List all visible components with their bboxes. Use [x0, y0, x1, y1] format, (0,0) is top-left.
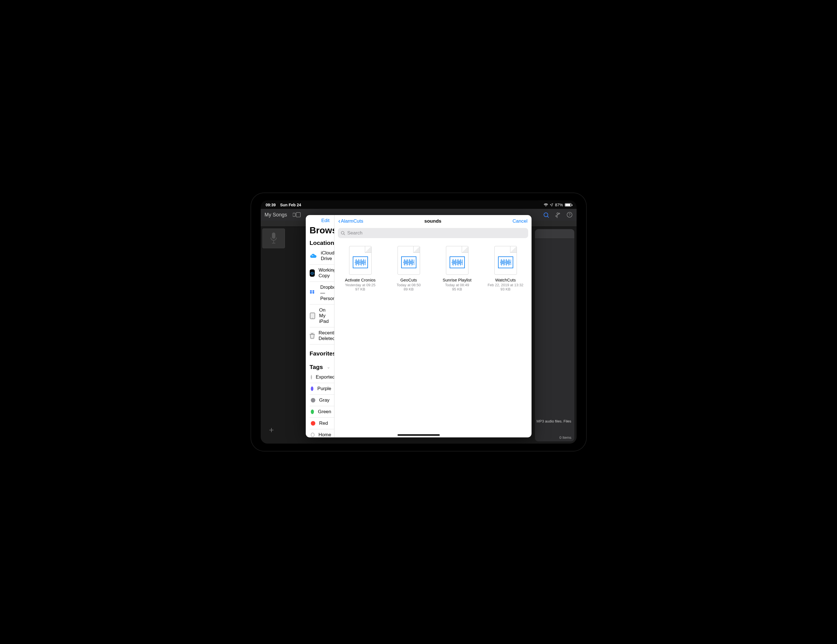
svg-point-9 [312, 255, 313, 256]
file-date: Yesterday at 09:25 [342, 283, 378, 287]
location-label: iCloud Drive [321, 250, 335, 262]
files-modal: Edit Browse Locations ⌄ iCloud Drive [306, 215, 532, 438]
tag-label: Red [319, 421, 328, 426]
file-size: 93 KB [487, 287, 524, 291]
trash-icon [310, 332, 315, 339]
background-app-title[interactable]: My Songs [265, 212, 287, 218]
location-icloud-drive[interactable]: iCloud Drive [310, 247, 334, 265]
tag-label: Gray [319, 397, 330, 403]
location-label: Dropbox — Personal [320, 285, 335, 302]
track-thumbnail[interactable] [263, 229, 285, 248]
svg-point-12 [341, 231, 344, 234]
folder-title: sounds [424, 218, 441, 224]
status-time: 09:39 [266, 203, 276, 207]
search-icon [341, 231, 345, 235]
favorites-header[interactable]: Favorites ⌄ [306, 349, 334, 358]
location-label: Recently Deleted [319, 330, 335, 341]
file-date: Today at 08:50 [391, 283, 427, 287]
file-name: Sunrise Playlist [439, 277, 475, 283]
view-toggle-icon[interactable] [293, 212, 301, 217]
audio-file-icon [397, 246, 420, 275]
cancel-button[interactable]: Cancel [513, 218, 528, 224]
back-label: AlarmCuts [341, 218, 363, 224]
add-track-button[interactable]: ＋ [268, 424, 275, 435]
tag-dot-icon [311, 375, 312, 379]
battery-percent: 87% [555, 203, 563, 207]
file-date: Feb 22, 2019 at 13:32 [487, 283, 524, 287]
audio-file-icon [494, 246, 517, 275]
home-indicator[interactable] [397, 434, 440, 436]
tag-exported[interactable]: Exported [310, 372, 334, 383]
tag-dot-icon [311, 387, 313, 391]
tags-header[interactable]: Tags ⌄ [306, 362, 334, 372]
file-name: WatchCuts [487, 277, 524, 283]
location-icon [550, 203, 553, 206]
location-dropbox[interactable]: Dropbox — Personal [310, 282, 334, 305]
browse-title: Browse [306, 224, 334, 238]
right-panel-note: MP3 audio files. Files [537, 419, 573, 423]
svg-text:?: ? [568, 213, 570, 217]
help-icon[interactable]: ? [566, 211, 573, 218]
fingerprint-icon [310, 269, 315, 277]
tag-dot-icon [311, 433, 315, 437]
location-on-my-ipad[interactable]: On My iPad [310, 305, 334, 327]
tag-dot-icon [311, 410, 314, 414]
file-date: Today at 08:49 [439, 283, 475, 287]
browse-sidebar: Edit Browse Locations ⌄ iCloud Drive [306, 215, 335, 438]
svg-line-13 [344, 234, 345, 235]
tag-gray[interactable]: Gray [310, 395, 334, 406]
location-label: Working Copy [319, 267, 335, 279]
file-size: 89 KB [391, 287, 427, 291]
locations-header[interactable]: Locations ⌄ [306, 238, 334, 247]
file-item[interactable]: WatchCutsFeb 22, 2019 at 13:3293 KB [487, 246, 524, 291]
file-name: Activate Cronios [342, 277, 378, 283]
file-name: GeoCuts [391, 277, 427, 283]
chevron-left-icon: ‹ [338, 218, 340, 225]
tag-purple[interactable]: Purple [310, 383, 334, 395]
file-item[interactable]: Sunrise PlaylistToday at 08:4995 KB [439, 246, 475, 291]
svg-line-3 [547, 216, 549, 218]
audio-file-icon [446, 246, 468, 275]
tag-dot-icon [311, 398, 315, 403]
tag-label: Purple [317, 386, 331, 392]
tag-home[interactable]: Home [310, 429, 334, 438]
svg-point-2 [544, 213, 548, 217]
back-button[interactable]: ‹ AlarmCuts [338, 218, 363, 225]
search-input[interactable]: Search [338, 228, 528, 238]
tag-green[interactable]: Green [310, 406, 334, 418]
tag-label: Green [318, 409, 331, 415]
ipad-icon [310, 312, 315, 320]
location-recently-deleted[interactable]: Recently Deleted [310, 327, 334, 344]
tag-dot-icon [311, 421, 315, 426]
status-date: Sun Feb 24 [280, 203, 301, 207]
settings-icon[interactable] [555, 211, 561, 218]
status-bar: 09:39 Sun Feb 24 87% [261, 202, 576, 208]
right-panel: MP3 audio files. Files 0 Items [535, 229, 574, 441]
location-working-copy[interactable]: Working Copy [310, 265, 334, 282]
content-pane: ‹ AlarmCuts sounds Cancel Search [335, 215, 532, 438]
right-panel-count: 0 Items [560, 436, 571, 440]
wifi-icon [544, 203, 548, 206]
svg-point-11 [312, 318, 313, 318]
battery-icon [565, 203, 571, 206]
tag-red[interactable]: Red [310, 418, 334, 429]
favorites-label: Favorites [310, 350, 335, 357]
file-size: 95 KB [439, 287, 475, 291]
tags-label: Tags [310, 364, 323, 370]
locations-label: Locations [310, 239, 335, 246]
dropbox-icon [310, 289, 317, 297]
edit-button[interactable]: Edit [321, 218, 329, 223]
icloud-icon [310, 252, 317, 259]
microphone-icon [269, 232, 279, 245]
tag-label: Home [318, 432, 331, 438]
file-size: 97 KB [342, 287, 378, 291]
loop-icon[interactable] [543, 211, 549, 218]
location-label: On My iPad [319, 307, 332, 324]
file-item[interactable]: Activate CroniosYesterday at 09:2597 KB [342, 246, 378, 291]
audio-file-icon [349, 246, 372, 275]
svg-rect-6 [272, 233, 275, 239]
chevron-down-icon: ⌄ [327, 365, 330, 369]
svg-rect-1 [296, 213, 300, 217]
svg-rect-0 [293, 213, 295, 216]
file-item[interactable]: GeoCutsToday at 08:5089 KB [391, 246, 427, 291]
